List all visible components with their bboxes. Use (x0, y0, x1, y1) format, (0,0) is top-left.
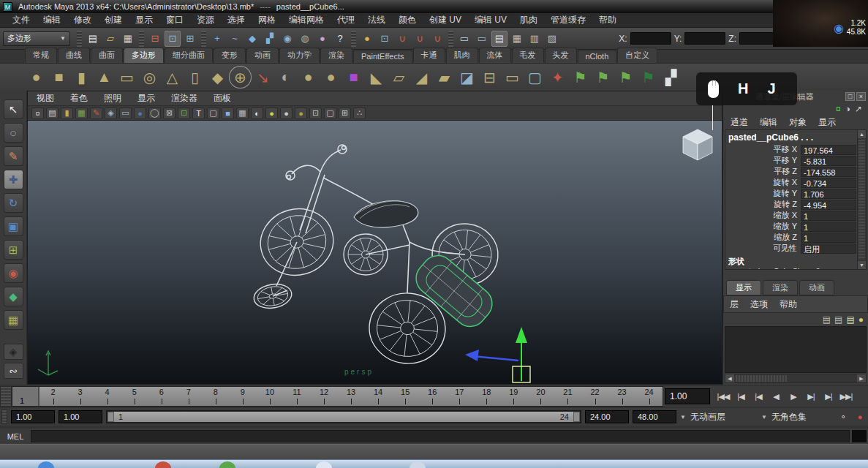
save-scene-icon[interactable]: ▦ (120, 31, 136, 47)
new-empty-layer-icon[interactable]: ▤ (846, 314, 854, 325)
poly-pipe-icon[interactable]: ▯ (184, 66, 206, 88)
menu-item[interactable]: 法线 (361, 12, 392, 28)
playback-start-field[interactable]: 1.00 (59, 410, 102, 423)
universal-manipulator-tool[interactable]: ⊞ (4, 240, 23, 260)
field-chart-icon[interactable]: ◯ (148, 107, 161, 119)
render-current-frame-icon[interactable]: ▭ (474, 31, 490, 47)
cleanup-mesh-icon[interactable]: ▱ (388, 66, 410, 88)
snap-curve-icon[interactable]: ~ (227, 31, 243, 47)
layer-move-down-icon[interactable]: ▤ (834, 314, 842, 325)
range-slider-handle[interactable] (1, 410, 7, 424)
quadrangulate-icon[interactable]: ▰ (433, 66, 456, 88)
viewport-canvas[interactable]: persp (28, 121, 722, 384)
viewport[interactable]: persp (28, 121, 722, 384)
shelf-tab[interactable]: 动画 (246, 48, 279, 63)
last-tool[interactable]: ▦ (4, 310, 23, 330)
frame-tick[interactable]: 18 (473, 387, 500, 406)
play-forwards-button[interactable]: ▶ (786, 392, 801, 401)
menu-item[interactable]: 编辑 (37, 12, 67, 28)
select-object-icon[interactable]: ⊡ (165, 31, 181, 47)
shelf-tab[interactable]: 头发 (545, 48, 577, 63)
frame-tick[interactable]: 3 (67, 387, 94, 406)
show-manipulator-tool[interactable]: ◆ (4, 287, 23, 306)
scale-tool[interactable]: ▣ (4, 216, 23, 236)
character-set-dropdown[interactable]: ▼ 无角色集 (761, 411, 833, 423)
snap-point-icon[interactable]: ◆ (244, 31, 260, 47)
channel-box-menu-item[interactable]: 通道 (731, 116, 748, 129)
spike-deform-icon[interactable]: ✦ (546, 66, 569, 88)
channel-value-field[interactable]: 1 (801, 222, 856, 232)
menu-item[interactable]: 代理 (331, 12, 361, 28)
rotate-tool[interactable]: ↻ (4, 193, 23, 213)
render-view-icon[interactable]: ▭ (456, 31, 472, 47)
menu-item[interactable]: 创建 (98, 12, 129, 28)
channel-value-field[interactable]: 启用 (801, 244, 856, 254)
frame-tick[interactable]: 12 (311, 387, 338, 406)
panel-menu-item[interactable]: 显示 (137, 92, 155, 105)
panel-menu-item[interactable]: 照明 (104, 92, 121, 105)
poly-cone-icon[interactable]: ▲ (93, 66, 116, 88)
channel-value-field[interactable]: 1 (801, 233, 856, 243)
sculpt-sphere-icon[interactable]: ◐ (274, 66, 297, 88)
taskbar-window-2[interactable] (410, 461, 426, 468)
film-gate-icon[interactable]: ◈ (105, 107, 117, 119)
textured-icon[interactable]: ▦ (236, 107, 249, 119)
mirror-geometry-icon[interactable]: ◪ (456, 66, 478, 88)
layer-editor-tab[interactable]: 渲染 (763, 280, 798, 295)
object-name[interactable]: pasted__pCube6 . . . (725, 130, 856, 144)
menu-item[interactable]: 编辑 UV (468, 12, 513, 28)
hyperbolic-slider-icon[interactable]: ↗ (855, 104, 862, 114)
bookmark-icon[interactable]: ▮ (61, 107, 73, 119)
frame-tick[interactable]: 4 (94, 387, 121, 406)
select-component-icon[interactable]: ⊞ (182, 31, 198, 47)
image-plane-icon[interactable]: ▦ (75, 107, 88, 119)
shelf-tab[interactable]: 曲线 (58, 48, 90, 63)
layer-editor-tab[interactable]: 显示 (726, 280, 761, 295)
menu-item[interactable]: 创建 UV (423, 12, 468, 28)
frame-tick[interactable]: 7 (175, 387, 202, 406)
speed-toggle-icon[interactable]: ◑ (845, 104, 850, 114)
lock-icon[interactable]: ● (359, 31, 375, 47)
fill-hole-icon[interactable]: ▢ (524, 66, 546, 88)
poly-pyramid-icon[interactable]: △ (161, 66, 184, 88)
frame-tick[interactable]: 24 (635, 387, 663, 406)
uv-checker-icon-1[interactable]: ⚑ (569, 66, 592, 88)
select-hierarchy-icon[interactable]: ⊟ (147, 31, 163, 47)
start-orb[interactable] (38, 461, 54, 468)
panel-menu-item[interactable]: 视图 (37, 92, 54, 105)
timeline-ruler[interactable]: 123456789101112131415161718192021222324 … (12, 386, 663, 407)
render-settings-icon[interactable]: ▤ (491, 31, 507, 47)
channel-value-field[interactable]: 1.706 (801, 189, 856, 199)
shelf-tab[interactable]: 多边形 (124, 48, 164, 63)
safe-title-icon[interactable]: ⊡ (178, 107, 190, 119)
toolbar-separator[interactable] (77, 31, 82, 47)
menu-item[interactable]: 管道缓存 (544, 12, 592, 28)
poly-torus-icon[interactable]: ◎ (138, 66, 161, 88)
playback-range-bar[interactable]: 1 24 (106, 410, 581, 423)
channel-value-field[interactable]: 1 (801, 211, 856, 221)
snap-together-icon[interactable]: ◍ (297, 31, 313, 47)
view-cube[interactable] (683, 129, 712, 160)
range-start-handle[interactable] (107, 412, 114, 422)
shelf-tab[interactable]: PaintEffects (353, 50, 412, 63)
animation-start-field[interactable]: 1.00 (11, 410, 55, 423)
frame-tick[interactable]: 14 (365, 387, 392, 406)
curve-to-poly-icon[interactable]: ↘ (252, 66, 274, 88)
lasso-tool[interactable]: ◌ (4, 123, 23, 143)
anim-layer-dropdown[interactable]: ▼ 无动画层 (680, 411, 758, 423)
frame-tick[interactable]: 15 (392, 387, 419, 406)
range-bar-inner[interactable]: 1 24 (114, 412, 573, 422)
frame-tick[interactable]: 2 (39, 387, 67, 406)
frame-tick[interactable]: 22 (581, 387, 608, 406)
select-tool[interactable]: ↖ (4, 99, 23, 119)
isolate-select-icon[interactable]: ⊡ (309, 107, 322, 119)
frame-tick[interactable]: 13 (338, 387, 365, 406)
playhead[interactable]: 1 (12, 387, 39, 406)
step-forward-key-button[interactable]: ▶| (804, 392, 818, 401)
uv-checker-icon-3[interactable]: ⚑ (614, 66, 637, 88)
y-coord-input[interactable] (684, 32, 725, 45)
frame-tick[interactable]: 5 (121, 387, 148, 406)
current-time-field[interactable]: 1.00 (665, 388, 710, 404)
shelf-tab[interactable]: nCloth (578, 50, 617, 63)
construction-history-icon[interactable]: ∪ (394, 31, 410, 47)
